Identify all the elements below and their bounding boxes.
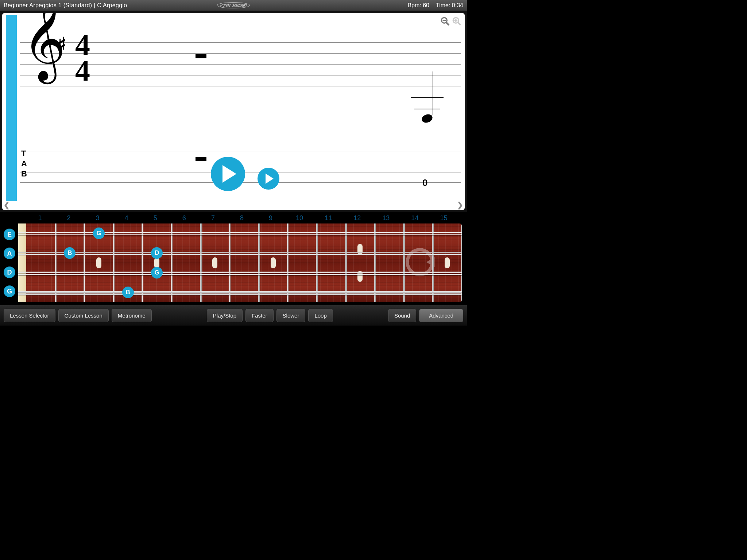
fretboard[interactable]: GBDGB (18, 223, 462, 302)
fret-number: 3 (83, 214, 112, 222)
fret-inlay (445, 257, 450, 268)
fret-wire (55, 223, 57, 302)
fret-wire (374, 223, 376, 302)
metronome-button[interactable]: Metronome (112, 309, 152, 322)
bpm-display: Bpm: 60 (407, 2, 429, 9)
string-label: G (4, 285, 15, 297)
fret-inlay (212, 257, 217, 268)
ledger-line (414, 109, 440, 109)
time-signature: 4 4 (75, 32, 90, 83)
string-wire (18, 254, 462, 255)
fret-number: 1 (26, 214, 54, 222)
tab-label-b: B (21, 169, 27, 179)
fret-wire (84, 223, 85, 302)
svg-line-1 (446, 22, 449, 25)
fret-number: 4 (112, 214, 141, 222)
barline (398, 42, 398, 86)
string-label: A (4, 248, 15, 259)
string-wire (18, 293, 462, 295)
string-label: D (4, 267, 15, 278)
string-label: E (4, 229, 15, 240)
fret-wire (200, 223, 202, 302)
lesson-selector-button[interactable]: Lesson Selector (4, 309, 55, 322)
key-signature-sharp: ♯ (57, 33, 66, 56)
open-string-labels: EADG (4, 223, 18, 302)
play-stop-button[interactable]: Play/Stop (207, 309, 243, 322)
note-head (421, 113, 434, 124)
string-wire (18, 291, 462, 293)
notation-panel[interactable]: 𝄞 ♯ 4 4 T A B 0 ❮ ❯ (2, 13, 465, 210)
fret-wire (258, 223, 260, 302)
string-wire (18, 274, 462, 275)
string-wire (18, 272, 462, 273)
fret-wire (171, 223, 173, 302)
zoom-controls (440, 16, 462, 26)
zoom-out-icon[interactable] (440, 16, 450, 26)
string-wire (18, 234, 462, 235)
fretboard-panel: 123456789101112131415 EADG GBDGB (0, 212, 467, 305)
fret-number: 9 (256, 214, 285, 222)
tab-barline (398, 152, 398, 182)
fret-wire (316, 223, 318, 302)
fret-wire (345, 223, 347, 302)
fret-inlay (271, 257, 276, 268)
fret-inlay (357, 244, 363, 255)
fretboard-note[interactable]: B (64, 247, 76, 259)
tab-label-t: T (21, 149, 26, 158)
string-wire (18, 252, 462, 253)
fretboard-note[interactable]: B (122, 287, 134, 298)
fret-number: 15 (429, 214, 458, 222)
whole-rest (196, 54, 206, 58)
time-display: Time: 0:34 (436, 2, 463, 9)
fret-number: 6 (170, 214, 198, 222)
fret-number: 5 (141, 214, 170, 222)
fret-wire (229, 223, 231, 302)
fret-wire (461, 223, 462, 302)
fret-wire (113, 223, 115, 302)
fret-numbers: 123456789101112131415 (4, 214, 462, 222)
fret-number: 8 (227, 214, 256, 222)
fret-number: 11 (314, 214, 343, 222)
fretboard-note[interactable]: G (93, 228, 105, 239)
app-logo: Purely Bouzouki (217, 2, 250, 8)
fret-wire (432, 223, 434, 302)
play-step-button[interactable] (258, 168, 279, 190)
tab-rest (196, 157, 206, 161)
fretboard-note[interactable]: D (151, 247, 163, 259)
play-button[interactable] (211, 157, 245, 191)
fret-number: 12 (343, 214, 372, 222)
fret-wire (403, 223, 405, 302)
sound-button[interactable]: Sound (388, 309, 416, 322)
prev-arrow-icon[interactable]: ❮ (4, 201, 10, 209)
notation-frame: 𝄞 ♯ 4 4 T A B 0 ❮ ❯ (0, 11, 467, 212)
fret-wire (287, 223, 289, 302)
svg-line-4 (458, 22, 461, 25)
lesson-title: Beginner Arpeggios 1 (Standard) | C Arpe… (4, 2, 127, 9)
string-wire (18, 232, 462, 233)
faster-button[interactable]: Faster (245, 309, 274, 322)
header-bar: Beginner Arpeggios 1 (Standard) | C Arpe… (0, 0, 467, 11)
fretboard-note[interactable]: G (151, 267, 163, 279)
zoom-in-icon[interactable] (452, 16, 462, 26)
fret-number: 10 (285, 214, 314, 222)
loop-button[interactable]: Loop (308, 309, 333, 322)
fret-inlay (96, 257, 101, 268)
slower-button[interactable]: Slower (276, 309, 306, 322)
fret-number: 13 (372, 214, 400, 222)
header-stats: Bpm: 60 Time: 0:34 (407, 2, 463, 9)
fret-number: 2 (54, 214, 83, 222)
fret-wire (142, 223, 143, 302)
next-arrow-icon[interactable]: ❯ (457, 201, 463, 209)
tab-number: 0 (422, 177, 427, 188)
ledger-line (411, 97, 444, 98)
playhead-strip (6, 15, 17, 201)
tab-label-a: A (21, 159, 27, 168)
toolbar: Lesson Selector Custom Lesson Metronome … (0, 305, 467, 326)
fret-number: 14 (400, 214, 429, 222)
advanced-button[interactable]: Advanced (419, 309, 463, 322)
nut (18, 223, 26, 302)
custom-lesson-button[interactable]: Custom Lesson (58, 309, 109, 322)
fret-number: 7 (198, 214, 227, 222)
